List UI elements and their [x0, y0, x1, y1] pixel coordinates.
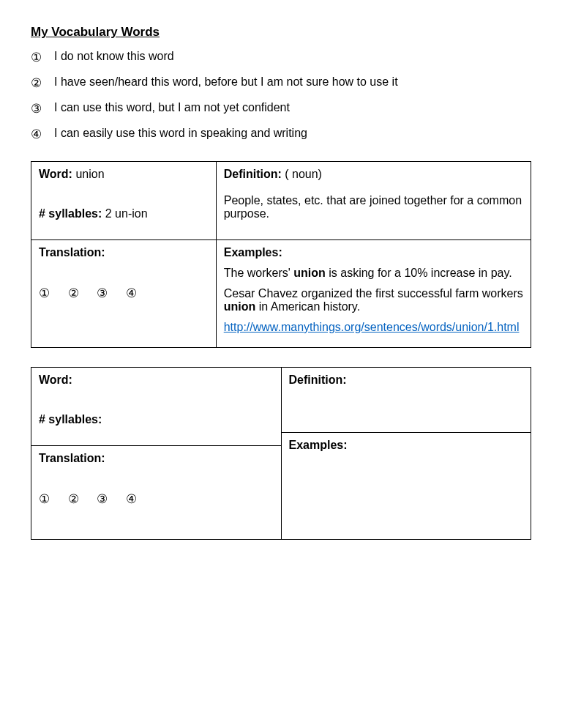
syllables-label: # syllables: — [39, 207, 102, 220]
examples-label: Examples: — [224, 246, 523, 259]
example-bold: union — [293, 267, 326, 279]
definition-text: People, states, etc. that are joined tog… — [224, 194, 523, 220]
circled-3-icon: ③ — [31, 101, 54, 116]
definition-pos: ( noun) — [285, 168, 322, 180]
rating-row: ① ② ③ ④ — [39, 491, 274, 507]
legend-text: I can use this word, but I am not yet co… — [54, 101, 531, 114]
example-1: The workers' union is asking for a 10% i… — [224, 267, 523, 280]
definition-cell: Definition: ( noun) People, states, etc.… — [216, 162, 531, 240]
circled-3-icon[interactable]: ③ — [97, 286, 109, 301]
page: My Vocabulary Words ① I do not know this… — [0, 0, 562, 600]
circled-1-icon[interactable]: ① — [39, 286, 51, 301]
example-link[interactable]: http://www.manythings.org/sentences/word… — [224, 321, 520, 333]
page-title: My Vocabulary Words — [31, 25, 531, 40]
legend-text: I have seen/heard this word, before but … — [54, 75, 531, 89]
translation-label: Translation: — [39, 246, 105, 259]
example-2: Cesar Chavez organized the first success… — [224, 287, 523, 313]
circled-3-icon[interactable]: ③ — [97, 491, 109, 507]
definition-label: Definition: — [224, 168, 282, 180]
legend-row: ④ I can easily use this word in speaking… — [31, 127, 531, 142]
example-text: The workers' — [224, 267, 294, 279]
syllables-value: 2 un-ion — [105, 207, 148, 220]
syllables-label: # syllables: — [39, 413, 102, 426]
example-text: is asking for a 10% increase in pay. — [326, 267, 512, 279]
definition-label: Definition: — [289, 374, 347, 386]
circled-2-icon[interactable]: ② — [68, 491, 80, 507]
vocab-card-2: Word: # syllables: Definition: — [31, 367, 531, 540]
left-col-top: Word: union # syllables: 2 un-ion — [31, 162, 217, 240]
word-label: Word: — [39, 168, 72, 180]
circled-2-icon: ② — [31, 75, 54, 91]
legend: ① I do not know this word ② I have seen/… — [31, 50, 531, 142]
example-text: in American history. — [255, 300, 360, 313]
examples-cell: Examples: — [281, 433, 531, 540]
legend-row: ① I do not know this word — [31, 50, 531, 65]
word-value: union — [75, 168, 104, 180]
circled-1-icon: ① — [31, 50, 54, 65]
translation-label: Translation: — [39, 452, 105, 464]
circled-1-icon[interactable]: ① — [39, 491, 51, 507]
definition-cell: Definition: — [281, 368, 531, 433]
circled-4-icon: ④ — [31, 127, 54, 142]
example-text: Cesar Chavez organized the first success… — [224, 287, 523, 300]
example-bold: union — [224, 300, 256, 313]
rating-row: ① ② ③ ④ — [39, 286, 209, 301]
circled-4-icon[interactable]: ④ — [126, 286, 138, 301]
left-col-bottom: Translation: ① ② ③ ④ — [31, 240, 217, 348]
legend-row: ② I have seen/heard this word, before bu… — [31, 75, 531, 91]
circled-2-icon[interactable]: ② — [68, 286, 80, 301]
legend-text: I can easily use this word in speaking a… — [54, 127, 531, 140]
left-col-bottom: Translation: ① ② ③ ④ — [31, 446, 282, 540]
legend-row: ③ I can use this word, but I am not yet … — [31, 101, 531, 116]
examples-cell: Examples: The workers' union is asking f… — [216, 240, 531, 348]
examples-label: Examples: — [289, 439, 524, 452]
word-label: Word: — [39, 374, 72, 386]
left-col-top: Word: # syllables: — [31, 368, 282, 446]
vocab-card-1: Word: union # syllables: 2 un-ion Defini… — [31, 161, 531, 348]
circled-4-icon[interactable]: ④ — [126, 491, 138, 507]
legend-text: I do not know this word — [54, 50, 531, 63]
